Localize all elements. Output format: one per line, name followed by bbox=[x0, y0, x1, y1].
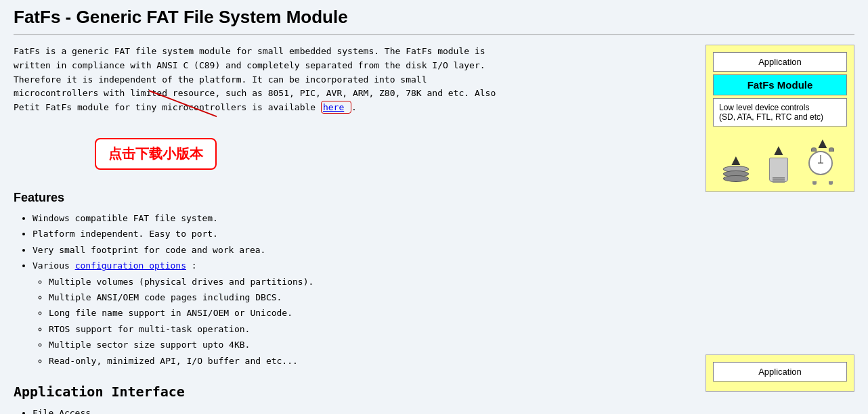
main-layout: FatFs is a generic FAT file system modul… bbox=[14, 45, 854, 414]
intro-text-1: FatFs is a generic FAT file system modul… bbox=[14, 46, 485, 56]
arrow-up-icon-sd: ▲ bbox=[771, 143, 786, 158]
clock-foot-right bbox=[829, 181, 833, 185]
here-link-wrapper: here bbox=[321, 101, 351, 114]
disk-icon-item: ▲ bbox=[723, 153, 749, 182]
clock-ear-right bbox=[829, 147, 834, 152]
feature-item-1: Windows compatible FAT file system. bbox=[32, 210, 685, 226]
intro-text-3: Therefore it is independent of the platf… bbox=[14, 74, 427, 85]
app-interface-heading: Application Interface bbox=[14, 384, 685, 400]
intro-text-6: . bbox=[351, 102, 357, 112]
intro-text-5: Petit FatFs module for tiny microcontrol… bbox=[14, 102, 316, 112]
sub-item-4: RTOS support for multi-task operation. bbox=[49, 321, 685, 337]
clock-foot-left bbox=[812, 181, 817, 185]
disk-3 bbox=[723, 175, 749, 182]
diagram-application-row: Application bbox=[713, 52, 847, 72]
sub-item-3: Long file name support in ANSI/OEM or Un… bbox=[49, 305, 685, 321]
chinese-annotation-box[interactable]: 点击下载小版本 bbox=[95, 138, 217, 170]
intro-text-2: written in compliance with ANSI C (C89) … bbox=[14, 60, 485, 70]
clock-icon-item: ▲ bbox=[808, 136, 837, 182]
feature-item-3: Very small footprint for code and work a… bbox=[32, 242, 685, 258]
arrow-up-icon-clock: ▲ bbox=[815, 136, 830, 151]
feature-item-4: Various configuration options : Multiple… bbox=[32, 258, 685, 369]
intro-text-4: microcontrollers with limited resource, … bbox=[14, 88, 496, 98]
features-list: Windows compatible FAT file system. Plat… bbox=[14, 210, 685, 369]
sub-item-5: Multiple sector size support upto 4KB. bbox=[49, 337, 685, 352]
page-title: FatFs - Generic FAT File System Module bbox=[14, 7, 854, 28]
annotation-container: 点击下载小版本 bbox=[14, 124, 685, 179]
features-section: Features Windows compatible FAT file sys… bbox=[14, 191, 685, 369]
left-content: FatFs is a generic FAT file system modul… bbox=[14, 45, 685, 414]
clock-ear-left bbox=[811, 147, 817, 152]
bottom-diagram-application-row: Application bbox=[713, 362, 847, 382]
sub-item-2: Multiple ANSI/OEM code pages including D… bbox=[49, 290, 685, 305]
sub-item-6: Read-only, minimized API, I/O buffer and… bbox=[49, 353, 685, 369]
bottom-diagram-box: Application bbox=[706, 354, 854, 392]
sub-item-1: Multiple volumes (physical drives and pa… bbox=[49, 274, 685, 290]
features-sub-list: Multiple volumes (physical drives and pa… bbox=[32, 274, 685, 369]
here-link[interactable]: here bbox=[323, 102, 344, 112]
app-interface-item-file-access: File Access bbox=[32, 405, 685, 414]
feature-item-2: Platform independent. Easy to port. bbox=[32, 226, 685, 242]
diagram-fatfs-row: FatFs Module bbox=[713, 74, 847, 95]
clock-wrapper bbox=[808, 151, 837, 182]
app-interface-list: File Access bbox=[14, 405, 685, 414]
top-diagram-box: Application FatFs Module Low level devic… bbox=[706, 45, 854, 192]
intro-paragraph: FatFs is a generic FAT file system modul… bbox=[14, 45, 685, 115]
clock-icon bbox=[808, 151, 833, 175]
divider bbox=[14, 34, 854, 35]
app-interface-section: Application Interface File Access bbox=[14, 384, 685, 414]
features-heading: Features bbox=[14, 191, 685, 205]
config-options-link[interactable]: configuration options bbox=[75, 260, 186, 271]
disk-stack-icon bbox=[723, 168, 749, 182]
sd-card-icon bbox=[769, 158, 788, 182]
right-panel: Application FatFs Module Low level devic… bbox=[706, 45, 854, 392]
sd-card-icon-item: ▲ bbox=[769, 143, 788, 182]
icons-row: ▲ ▲ ▲ bbox=[713, 133, 847, 185]
diagram-lowlevel-row: Low level device controls(SD, ATA, FTL, … bbox=[713, 98, 847, 127]
